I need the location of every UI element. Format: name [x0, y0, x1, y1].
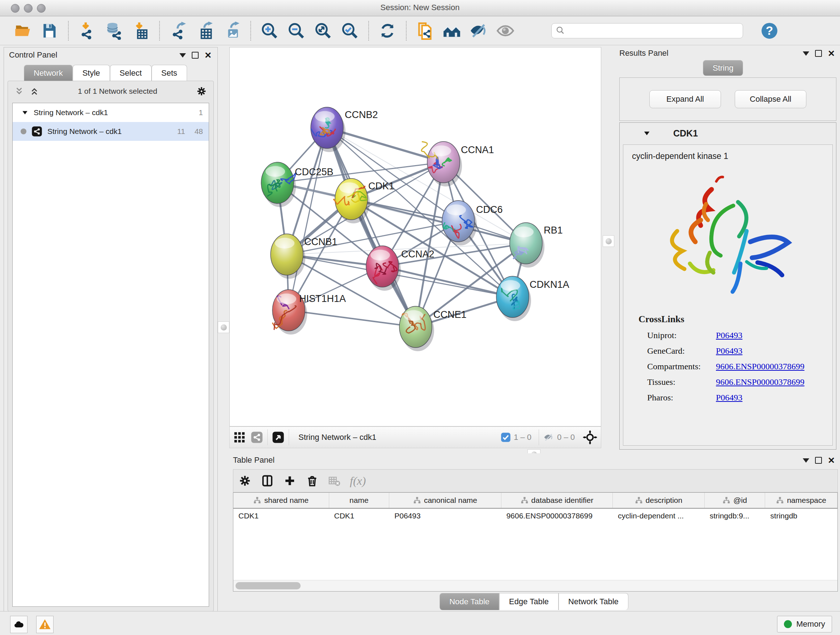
panel-menu-icon[interactable]: [180, 53, 186, 57]
toolbar-separator: [368, 21, 369, 41]
toolbar-separator: [250, 21, 251, 41]
expand-all-button[interactable]: Expand All: [649, 90, 721, 108]
column-header-shared-name[interactable]: shared name: [233, 493, 329, 508]
column-header-name[interactable]: name: [329, 493, 390, 508]
selected-checkbox-icon[interactable]: [501, 432, 511, 442]
protein-description: cyclin-dependent kinase 1: [632, 151, 832, 161]
edge-CCNB2-HIST1H1A[interactable]: [289, 128, 327, 310]
crosslink-label: GeneCard:: [647, 346, 716, 356]
cell[interactable]: cyclin-dependent ...: [613, 511, 705, 520]
warnings-button[interactable]: [36, 616, 54, 633]
edge-HIST1H1A-CCNE1[interactable]: [289, 310, 416, 327]
memory-button[interactable]: Memory: [777, 616, 832, 632]
network-view-mode-icon[interactable]: [251, 431, 263, 443]
show-all-button[interactable]: [495, 20, 516, 41]
cell[interactable]: CDK1: [233, 511, 329, 520]
toolbar-separator: [538, 429, 539, 445]
column-header-description[interactable]: description: [613, 493, 705, 508]
left-splitter-handle[interactable]: [218, 321, 229, 333]
table-row[interactable]: CDK1CDK1P064939606.ENSP00000378699cyclin…: [233, 509, 837, 523]
tab-node-table[interactable]: Node Table: [439, 593, 499, 610]
column-header-database-identifier[interactable]: database identifier: [501, 493, 613, 508]
cell[interactable]: stringdb:9...: [705, 511, 766, 520]
crosslink-link[interactable]: 9606.ENSP00000378699: [716, 362, 805, 371]
first-neighbors-button[interactable]: [441, 20, 462, 41]
collapse-all-button[interactable]: Collapse All: [735, 90, 806, 108]
table-horizontal-scrollbar[interactable]: [233, 580, 837, 591]
add-column-icon[interactable]: [283, 474, 296, 487]
expand-all-chevrons-icon[interactable]: [30, 87, 39, 96]
import-network-from-file-button[interactable]: [77, 20, 98, 41]
crosslink-link[interactable]: P06493: [716, 393, 742, 402]
show-columns-icon[interactable]: [261, 474, 274, 487]
cloud-status-button[interactable]: [10, 616, 27, 633]
delete-table-icon[interactable]: [328, 475, 340, 487]
export-network-button[interactable]: [168, 20, 189, 41]
delete-column-trash-icon[interactable]: [306, 474, 319, 487]
panel-float-icon[interactable]: [815, 457, 822, 464]
save-session-button[interactable]: [39, 20, 60, 41]
cell[interactable]: stringdb: [765, 511, 837, 520]
crosslink-link[interactable]: P06493: [716, 346, 742, 356]
tab-style[interactable]: Style: [73, 65, 110, 81]
cell[interactable]: 9606.ENSP00000378699: [501, 511, 613, 520]
tab-network[interactable]: Network: [24, 65, 73, 81]
cell[interactable]: CDK1: [329, 511, 390, 520]
memory-label: Memory: [796, 619, 825, 629]
collapse-all-chevrons-icon[interactable]: [14, 87, 24, 96]
network-options-gear-icon[interactable]: [196, 86, 207, 97]
import-table-from-file-button[interactable]: [130, 20, 151, 41]
column-header--id[interactable]: @id: [705, 493, 766, 508]
zoom-selected-button[interactable]: [339, 20, 360, 41]
panel-menu-icon[interactable]: [803, 458, 809, 463]
node-table[interactable]: shared namenamecanonical namedatabase id…: [233, 492, 838, 592]
export-table-button[interactable]: [195, 20, 216, 41]
help-button[interactable]: ?: [759, 20, 780, 41]
right-splitter-handle[interactable]: [603, 235, 614, 247]
toolbar-separator: [68, 21, 69, 41]
panel-float-icon[interactable]: [192, 52, 199, 59]
tab-sets[interactable]: Sets: [152, 65, 187, 81]
tree-expand-triangle-icon[interactable]: [21, 109, 28, 116]
column-header-namespace[interactable]: namespace: [765, 493, 837, 508]
tab-edge-table[interactable]: Edge Table: [499, 593, 559, 610]
panel-close-icon[interactable]: ✕: [828, 51, 835, 56]
refresh-layout-icon: [378, 22, 396, 40]
zoom-out-button[interactable]: [286, 20, 307, 41]
zoom-in-button[interactable]: [259, 20, 280, 41]
crosslink-link[interactable]: 9606.ENSP00000378699: [716, 377, 805, 387]
hide-selection-button[interactable]: [468, 20, 489, 41]
network-canvas[interactable]: CCNB2CCNA1CDC25BCDK1CDC6RB1CCNB1CCNA2CDK…: [229, 47, 601, 426]
protein-section-header[interactable]: CDK1: [620, 123, 836, 144]
scrollbar-thumb[interactable]: [235, 582, 301, 589]
crosslink-link[interactable]: P06493: [716, 331, 742, 340]
panel-float-icon[interactable]: [815, 50, 822, 57]
tab-network-table[interactable]: Network Table: [559, 593, 628, 610]
function-builder-icon[interactable]: f(x): [350, 474, 366, 488]
tab-string[interactable]: String: [703, 60, 743, 76]
column-network-icon: [635, 496, 643, 504]
column-header-canonical-name[interactable]: canonical name: [389, 493, 501, 508]
open-session-button[interactable]: [12, 20, 33, 41]
cell[interactable]: P06493: [389, 511, 501, 520]
import-network-from-database-button[interactable]: [103, 20, 125, 41]
network-collection-row[interactable]: String Network – cdk1 1: [13, 103, 209, 122]
panel-close-icon[interactable]: ✕: [828, 458, 835, 463]
zoom-fit-button[interactable]: [313, 20, 333, 41]
panel-close-icon[interactable]: ✕: [204, 52, 212, 58]
zoom-fit-icon: [314, 22, 332, 40]
fit-selection-crosshair-icon[interactable]: [583, 430, 597, 445]
detach-view-icon[interactable]: [272, 431, 284, 443]
database-icon: [105, 22, 123, 40]
search-input[interactable]: [551, 23, 743, 38]
table-options-gear-icon[interactable]: [238, 474, 251, 487]
section-collapse-triangle-icon[interactable]: [643, 129, 651, 137]
export-image-button[interactable]: [221, 20, 242, 41]
hidden-eye-slash-icon[interactable]: [543, 432, 554, 443]
tab-select[interactable]: Select: [110, 65, 152, 81]
grid-view-icon[interactable]: [233, 431, 246, 443]
network-row-selected[interactable]: String Network – cdk1 11 48: [13, 122, 209, 141]
apply-preferred-layout-button[interactable]: [377, 20, 398, 41]
panel-menu-icon[interactable]: [803, 51, 809, 56]
new-network-from-selection-button[interactable]: [415, 20, 436, 41]
